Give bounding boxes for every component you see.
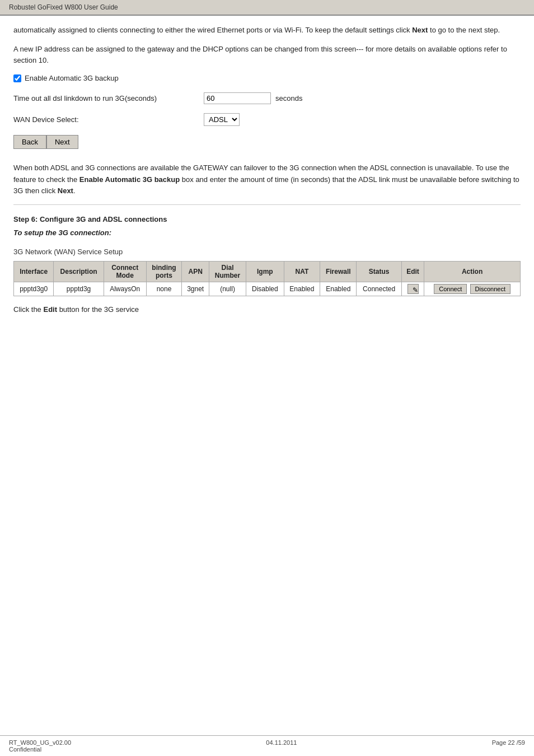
disconnect-button[interactable]: Disconnect	[470, 284, 510, 294]
step-subheading: To setup the 3G connection:	[13, 227, 521, 239]
paragraph-2: A new IP address can be assigned to the …	[13, 44, 521, 66]
timeout-unit: seconds	[275, 94, 302, 102]
col-igmp: Igmp	[246, 262, 284, 282]
cell-binding-ports: none	[146, 282, 182, 296]
enable-3g-backup-label: Enable Automatic 3G backup	[25, 74, 119, 82]
enable-3g-backup-checkbox[interactable]	[13, 74, 21, 82]
header-bar: Robustel GoFixed W800 User Guide	[0, 0, 534, 16]
col-edit: Edit	[401, 262, 424, 282]
cell-edit[interactable]: ✎	[401, 282, 424, 296]
cell-description: ppptd3g	[54, 282, 104, 296]
cell-igmp: Disabled	[246, 282, 284, 296]
cell-status: Connected	[357, 282, 401, 296]
wan-device-select[interactable]: ADSL 3G Auto	[204, 113, 240, 126]
col-action: Action	[424, 262, 521, 282]
network-table: Interface Description ConnectMode bindin…	[13, 261, 521, 296]
col-dial-number: DialNumber	[209, 262, 246, 282]
footer-page: Page 22 /59	[492, 739, 525, 753]
back-button[interactable]: Back	[13, 135, 46, 149]
cell-action: Connect Disconnect	[424, 282, 521, 296]
cell-connect-mode: AlwaysOn	[104, 282, 146, 296]
main-content: automatically assigned to clients connec…	[0, 16, 534, 334]
col-interface: Interface	[14, 262, 54, 282]
cell-apn: 3gnet	[182, 282, 209, 296]
header-title: Robustel GoFixed W800 User Guide	[9, 3, 118, 11]
paragraph-1: automatically assigned to clients connec…	[13, 25, 521, 36]
footer: RT_W800_UG_v02.00 Confidential 04.11.201…	[0, 735, 534, 756]
cell-nat: Enabled	[284, 282, 320, 296]
col-nat: NAT	[284, 262, 320, 282]
cell-interface: ppptd3g0	[14, 282, 54, 296]
timeout-label: Time out all dsl linkdown to run 3G(seco…	[13, 94, 204, 102]
wan-device-label: WAN Device Select:	[13, 115, 204, 124]
table-row: ppptd3g0 ppptd3g AlwaysOn none 3gnet (nu…	[14, 282, 521, 296]
connect-button[interactable]: Connect	[434, 284, 467, 294]
footer-doc-id: RT_W800_UG_v02.00	[9, 739, 71, 746]
footer-date: 04.11.2011	[266, 739, 297, 753]
col-status: Status	[357, 262, 401, 282]
wan-device-row: WAN Device Select: ADSL 3G Auto	[13, 113, 521, 126]
footer-confidential: Confidential	[9, 746, 71, 753]
cell-dial-number: (null)	[209, 282, 246, 296]
next-button[interactable]: Next	[46, 135, 78, 149]
table-section-title: 3G Network (WAN) Service Setup	[13, 246, 521, 258]
step-heading: Step 6: Configure 3G and ADSL connection…	[13, 214, 521, 225]
col-firewall: Firewall	[320, 262, 357, 282]
cell-firewall: Enabled	[320, 282, 357, 296]
col-connect-mode: ConnectMode	[104, 262, 146, 282]
click-edit-instruction: Click the Edit button for the 3G service	[13, 304, 521, 315]
timeout-row: Time out all dsl linkdown to run 3G(seco…	[13, 92, 521, 104]
timeout-input[interactable]	[204, 92, 271, 104]
col-binding-ports: bindingports	[146, 262, 182, 282]
footer-left: RT_W800_UG_v02.00 Confidential	[9, 739, 71, 753]
paragraph-3: When both ADSL and 3G connections are av…	[13, 162, 521, 196]
section-divider	[13, 204, 521, 205]
enable-3g-backup-row: Enable Automatic 3G backup	[13, 74, 521, 82]
col-apn: APN	[182, 262, 209, 282]
navigation-buttons: Back Next	[13, 135, 521, 149]
edit-button[interactable]: ✎	[407, 284, 419, 294]
col-description: Description	[54, 262, 104, 282]
